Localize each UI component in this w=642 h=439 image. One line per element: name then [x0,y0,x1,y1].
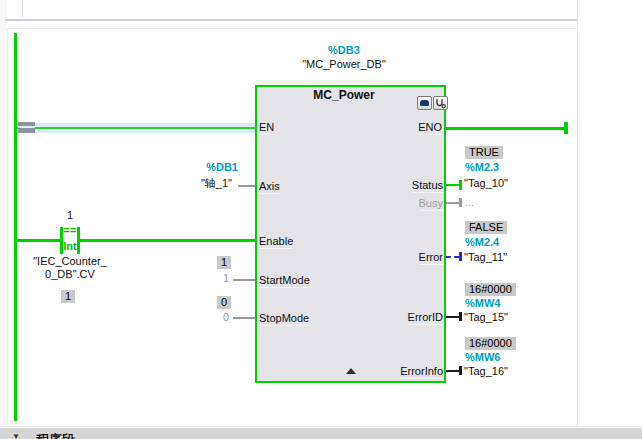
network-separator-line2 [5,28,578,29]
errorinfo-connector-tick [459,366,462,375]
pin-label-axis: Axis [259,180,280,194]
stopmode-operand[interactable]: 0 [205,311,229,323]
axis-operand-tag[interactable]: "轴_1" [152,176,232,191]
error-operand-address[interactable]: %M2.4 [465,236,499,248]
block-mode-icon [420,100,429,106]
pin-label-busy: Busy [419,197,443,211]
errorinfo-connector-wire [446,370,460,372]
pin-label-status: Status [412,179,443,193]
eno-wire-end-tick [564,122,568,134]
stopmode-monitor-value: 0 [217,296,231,309]
startmode-monitor-value: 1 [217,256,231,269]
block-collapse-arrow[interactable] [346,368,356,374]
selected-wire-handle[interactable] [18,122,35,133]
pin-label-enable: Enable [259,235,293,249]
busy-connector-tick [459,198,462,207]
block-mode-button[interactable] [417,96,432,110]
pin-label-stopmode: StopMode [259,312,309,326]
errorid-operand-tag[interactable]: "Tag_15" [464,311,508,323]
en-rung-wire [17,127,255,129]
editor-right-border [577,0,578,427]
pin-label-error: Error [419,251,443,265]
status-connector-wire [446,184,460,186]
power-rail [14,33,17,421]
error-connector-tick [459,252,462,261]
errorinfo-operand-tag[interactable]: "Tag_16" [464,365,508,377]
errorinfo-monitor-value: 16#0000 [465,337,516,350]
instance-db-name[interactable]: "MC_Power_DB" [253,58,435,70]
pin-label-en: EN [259,121,274,135]
status-monitor-value: TRUE [465,146,503,159]
editor-left-border [7,28,8,426]
compare-operand-line2[interactable]: 0_DB".CV [10,268,130,280]
error-operand-tag[interactable]: "Tag_11" [464,251,507,263]
compare-value[interactable]: 1 [40,209,100,221]
eno-wire [446,127,566,130]
startmode-operand[interactable]: 1 [205,272,229,284]
editor-bottom-border [0,426,642,427]
pin-label-startmode: StartMode [259,274,310,288]
block-title: MC_Power [255,88,433,102]
errorid-connector-wire [446,316,460,318]
errorid-connector-tick [459,312,462,321]
stethoscope-icon [435,98,446,109]
compare-data-type[interactable]: Int [50,240,90,252]
axis-connector-wire [238,185,255,187]
busy-operand-placeholder[interactable]: ... [465,196,474,208]
errorinfo-operand-address[interactable]: %MW6 [465,351,500,363]
pin-label-eno: ENO [418,121,442,135]
next-network-header[interactable]: ▼ 程序段 [0,428,642,439]
instance-db-address[interactable]: %DB3 [253,44,435,56]
compare-operand-line1[interactable]: "IEC_Counter_ [10,255,130,267]
errorid-operand-address[interactable]: %MW4 [465,297,500,309]
axis-operand-address[interactable]: %DB1 [158,161,238,173]
ladder-editor-canvas: %DB3 "MC_Power_DB" MC_Power EN ENO %DB1 … [0,0,642,439]
startmode-connector-wire [233,279,255,281]
pin-label-errorid: ErrorID [408,311,443,325]
network-separator-line [5,19,578,21]
top-rail-stub [22,0,23,17]
status-operand-tag[interactable]: "Tag_10" [464,177,508,189]
status-operand-address[interactable]: %M2.3 [465,161,499,173]
diagnostics-button[interactable] [433,96,448,110]
enable-rung-wire-right [80,239,255,242]
network-collapse-icon: ▼ [12,432,20,439]
errorid-monitor-value: 16#0000 [465,283,516,296]
network-header-label: 程序段 [36,431,75,439]
compare-operator[interactable]: == [50,224,90,236]
error-connector-wire [446,256,459,258]
pin-label-errorinfo: ErrorInfo [400,365,443,379]
status-connector-tick [459,180,462,190]
compare-monitor-value: 1 [61,290,75,303]
error-monitor-value: FALSE [465,221,507,234]
busy-connector-wire [446,202,460,204]
left-margin [0,0,7,427]
stopmode-connector-wire [233,317,255,319]
